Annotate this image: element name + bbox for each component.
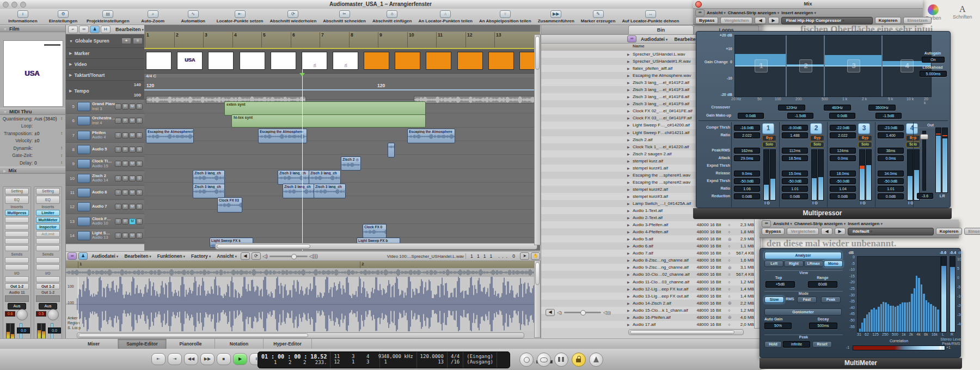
- media-tab[interactable]: Bin: [628, 25, 694, 34]
- mute-button[interactable]: M: [129, 132, 136, 138]
- toolbar-button[interactable]: ⑂ An Abspielposition teilen: [476, 10, 534, 23]
- audio-region[interactable]: Zisch 2 ◎: [341, 156, 361, 171]
- record-enable-button[interactable]: R: [122, 147, 128, 153]
- release-value[interactable]: 18.0ms: [830, 171, 856, 177]
- track-header[interactable]: 14 Light S…Audio 13 I R M S: [66, 229, 144, 243]
- attack-value[interactable]: 0.0ms: [830, 155, 856, 161]
- output-gain-value[interactable]: -3.6: [917, 193, 933, 199]
- bin-menu-item[interactable]: Audiodatei: [639, 37, 670, 42]
- mix-section-header[interactable]: ▶Mix: [0, 167, 65, 174]
- cycle-icon[interactable]: ⟳: [252, 252, 261, 260]
- track-header[interactable]: 11 Audio 6 I R M S: [66, 186, 144, 200]
- insert-slot[interactable]: [36, 245, 60, 252]
- bin-file-row[interactable]: Audio 11-Clo…03_channe.aif 48000 16 Bit …: [541, 278, 755, 286]
- midithru-row[interactable]: Dynamik: ↕: [0, 144, 65, 152]
- solo-button[interactable]: S: [136, 190, 143, 196]
- expand-ratio-value[interactable]: 1.01: [878, 186, 904, 192]
- top-value[interactable]: +5dB: [765, 281, 795, 288]
- range-value[interactable]: 60dB: [808, 281, 837, 288]
- video-thumbnail[interactable]: [146, 52, 171, 70]
- disclosure-triangle-icon[interactable]: [541, 236, 633, 241]
- transport-button[interactable]: ▶: [233, 353, 247, 365]
- disclosure-triangle-icon[interactable]: [541, 272, 633, 277]
- audio-region[interactable]: Escaping the Atmosphere: [258, 129, 307, 143]
- disclosure-triangle-icon[interactable]: [541, 130, 633, 135]
- autogain-value[interactable]: 50%: [764, 323, 792, 329]
- input-monitor-button[interactable]: I: [115, 161, 121, 167]
- disclosure-triangle-icon[interactable]: [541, 287, 633, 292]
- record-enable-button[interactable]: R: [122, 132, 128, 138]
- volume-value[interactable]: 0.0: [17, 327, 30, 333]
- audio-region[interactable]: [388, 143, 395, 157]
- insert-slot[interactable]: [5, 217, 29, 223]
- bin-h-scrollbar[interactable]: [628, 329, 744, 335]
- cycle-mode-button[interactable]: [537, 353, 551, 367]
- preset-selector[interactable]: #default: [848, 228, 934, 235]
- speaker-icon[interactable]: ◁): [262, 253, 268, 259]
- view-menu[interactable]: Ansicht: [707, 10, 726, 15]
- toolbar-button[interactable]: ⌕ Auto-Zoom: [133, 10, 173, 23]
- bin-file-row[interactable]: Audio 7.aif 48000 16 Bit ○ 567,4 KB: [541, 250, 755, 257]
- mute-button[interactable]: M: [129, 147, 136, 153]
- paste-button[interactable]: Einsetzen: [964, 228, 980, 235]
- compr-thresh-value[interactable]: -16.0dB: [734, 125, 760, 131]
- disclosure-triangle-icon[interactable]: [541, 108, 633, 113]
- bin-file-row[interactable]: Audio 10-Clo…02_channe.aif 48000 16 Bit …: [541, 271, 755, 278]
- disclosure-triangle-icon[interactable]: [541, 244, 633, 248]
- insert-slot[interactable]: Inspector: [36, 224, 60, 231]
- volume-value[interactable]: 0.0: [48, 327, 61, 333]
- record-enable-button[interactable]: R: [122, 118, 128, 124]
- channel-mode-button[interactable]: Right: [784, 260, 803, 267]
- disclosure-triangle-icon[interactable]: [541, 322, 633, 327]
- disclosure-triangle-icon[interactable]: [541, 301, 633, 306]
- video-thumbnail[interactable]: [395, 52, 420, 70]
- bin-file-row[interactable]: Audio 3-Pfeifen.aif 48000 16 Bit ○ 2,3 M…: [541, 221, 755, 228]
- peakrms-value[interactable]: 162ms: [734, 148, 760, 154]
- track-header[interactable]: 9 Clock Ti…Audio 15 I R M S: [66, 157, 144, 171]
- ratio-value[interactable]: 2.022: [734, 132, 760, 138]
- reduction-value[interactable]: 0.0dB: [734, 193, 760, 199]
- peakrms-value[interactable]: 38ms: [878, 148, 904, 154]
- midithru-row[interactable]: Quantisierung: Aus (3840) ↕: [0, 115, 65, 123]
- transport-button[interactable]: ■: [217, 353, 231, 365]
- solo-mode-button[interactable]: [519, 353, 534, 367]
- editor-menu-item[interactable]: Ansicht: [215, 253, 239, 259]
- prev-preset-button[interactable]: ◀: [755, 17, 765, 24]
- input-monitor-button[interactable]: I: [115, 190, 121, 196]
- toolbar-button[interactable]: i Informationen: [3, 10, 42, 23]
- mode-peak-button[interactable]: Peak: [821, 296, 841, 303]
- bypass-button[interactable]: Bypass: [695, 17, 718, 24]
- prev-preset-button[interactable]: ◀: [821, 228, 832, 235]
- tempo-curve[interactable]: [144, 89, 540, 90]
- crossover-value[interactable]: 3500Hz: [868, 105, 896, 111]
- bin-file-row[interactable]: Audio 6.aif 48000 16 Bit ○ 1,1 MB: [541, 242, 755, 250]
- disclosure-triangle-icon[interactable]: [541, 215, 633, 220]
- crossover-divider[interactable]: [786, 35, 787, 96]
- midithru-row[interactable]: Transposition: ±0 ↕: [0, 130, 65, 137]
- peak-reset-button[interactable]: Reset: [812, 341, 832, 348]
- midithru-row[interactable]: Delay: 0 ↕: [0, 159, 65, 167]
- disclosure-triangle-icon[interactable]: [541, 116, 633, 120]
- audio-region[interactable]: Zisch 3 lang_ch: [309, 170, 341, 185]
- bin-file-row[interactable]: Audio 4-Pfeifen.aif 48000 16 Bit ○ 1,8 M…: [541, 228, 755, 235]
- release-value[interactable]: 15.0ms: [782, 171, 808, 177]
- send-slot[interactable]: [36, 264, 60, 271]
- mode-fast-button[interactable]: Fast: [797, 296, 817, 303]
- record-enable-button[interactable]: R: [122, 175, 128, 181]
- record-enable-button[interactable]: R: [122, 204, 128, 210]
- input-monitor-button[interactable]: I: [115, 204, 121, 210]
- compr-thresh-value[interactable]: -23.0dB: [878, 125, 904, 131]
- disclosure-triangle-icon[interactable]: [541, 173, 633, 178]
- metronome-button[interactable]: [589, 353, 603, 367]
- editor-tab[interactable]: Hyper-Editor: [264, 339, 312, 349]
- disclosure-triangle-icon[interactable]: [541, 187, 633, 192]
- mute-button[interactable]: M: [129, 175, 136, 181]
- disclosure-triangle-icon[interactable]: [541, 123, 633, 128]
- send-slot[interactable]: [5, 257, 29, 264]
- audio-region[interactable]: Zisch 3 lang_ch: [314, 184, 346, 198]
- record-enable-button[interactable]: R: [122, 190, 128, 196]
- pan-knob[interactable]: [47, 309, 59, 320]
- toolbar-button[interactable]: ⎀ Abschnitt einfügen: [370, 10, 414, 23]
- channel-mode-button[interactable]: LRmax: [804, 260, 823, 267]
- toolbar-button[interactable]: ✎ Marker erzeugen: [578, 10, 618, 23]
